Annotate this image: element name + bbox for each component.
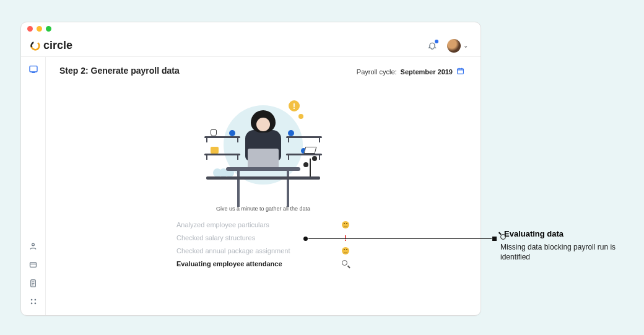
progress-checklist: Analyzed employee particulars Checked sa… <box>176 220 350 268</box>
calendar-icon[interactable] <box>456 67 464 76</box>
check-row: Checked salary structures ! <box>176 233 350 242</box>
brand-logo-icon <box>30 40 41 51</box>
check-row: Analyzed employee particulars <box>176 220 350 229</box>
svg-rect-4 <box>30 262 37 267</box>
sidebar-item-documents[interactable] <box>28 278 38 288</box>
window-titlebar <box>21 22 481 35</box>
annotation-body: Missing data blocking payroll run is ide… <box>500 242 630 262</box>
status-ok-icon <box>341 220 350 229</box>
svg-point-6 <box>30 299 32 301</box>
sidebar-item-inbox[interactable] <box>28 259 38 269</box>
chevron-down-icon: ⌄ <box>463 42 468 49</box>
check-label: Evaluating employee attendance <box>176 260 282 268</box>
notifications-badge-icon <box>435 40 438 43</box>
svg-point-3 <box>32 243 35 246</box>
payroll-cycle-value: September 2019 <box>401 68 453 76</box>
status-ok-icon <box>341 246 350 255</box>
topbar: circle ⌄ <box>21 35 481 57</box>
user-menu[interactable]: ⌄ <box>447 39 468 53</box>
window-zoom-icon[interactable] <box>46 26 51 32</box>
sidebar <box>21 57 46 315</box>
avatar <box>447 39 461 53</box>
svg-rect-2 <box>30 66 37 72</box>
sidebar-item-apps[interactable] <box>28 297 38 307</box>
brand-name: circle <box>43 39 72 52</box>
check-label: Checked salary structures <box>176 234 255 241</box>
svg-point-9 <box>34 303 36 305</box>
sidebar-item-dashboard[interactable] <box>28 64 38 74</box>
status-loading-icon <box>341 259 350 268</box>
payroll-cycle-label: Payroll cycle: <box>357 68 397 76</box>
illustration: ! <box>192 84 334 202</box>
window-close-icon[interactable] <box>27 26 33 32</box>
check-label: Checked annual package assignment <box>176 247 290 255</box>
step-title: Step 2: Generate payroll data <box>59 66 180 76</box>
window-minimize-icon[interactable] <box>37 26 42 32</box>
check-row: Evaluating employee attendance <box>176 259 350 268</box>
sidebar-item-people[interactable] <box>28 241 38 251</box>
status-warning-icon: ! <box>341 233 350 242</box>
annotation-leader-line <box>303 238 497 240</box>
payroll-cycle: Payroll cycle: September 2019 <box>357 67 464 76</box>
check-row: Checked annual package assignment <box>176 246 350 255</box>
illustration-caption: Give us a minute to gather all the data <box>59 206 467 212</box>
svg-point-8 <box>30 303 32 305</box>
brand[interactable]: circle <box>30 39 72 52</box>
annotation-callout: Evaluating data Missing data blocking pa… <box>500 229 630 262</box>
check-label: Analyzed employee particulars <box>176 221 269 228</box>
svg-point-7 <box>34 299 36 301</box>
app-window: circle ⌄ <box>20 22 481 316</box>
main-content: Step 2: Generate payroll data Payroll cy… <box>46 57 481 315</box>
svg-rect-10 <box>458 69 464 74</box>
notifications-button[interactable] <box>427 41 437 51</box>
annotation-title: Evaluating data <box>504 229 564 238</box>
